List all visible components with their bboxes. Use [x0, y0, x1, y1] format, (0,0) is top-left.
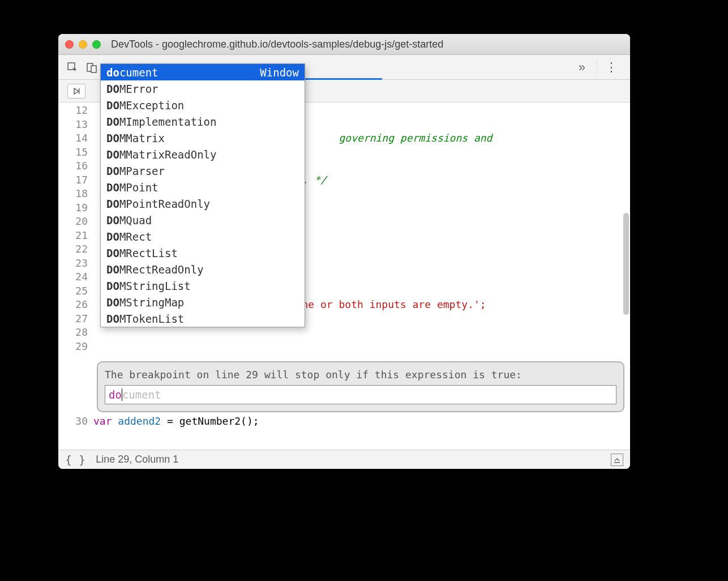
line-number[interactable]: 23 [58, 257, 88, 271]
cursor-position-label: Line 29, Column 1 [96, 454, 178, 465]
more-tabs-icon[interactable]: » [567, 60, 597, 75]
autocomplete-item[interactable]: DOMRectList [101, 245, 305, 261]
ac-rest: cument [119, 66, 159, 79]
line-gutter[interactable]: 12 13 14 15 16 17 18 19 20 21 22 23 24 2… [58, 102, 93, 450]
autocomplete-item[interactable]: DOMRectReadOnly [101, 261, 305, 277]
autocomplete-item[interactable]: DOMStringList [101, 277, 305, 294]
line-number[interactable]: 14 [58, 131, 88, 146]
line-number[interactable]: 13 [58, 118, 88, 132]
traffic-lights [65, 40, 101, 49]
autocomplete-type-hint: Window [260, 66, 299, 79]
autocomplete-item[interactable]: DOMQuad [101, 212, 305, 228]
vertical-scrollbar[interactable] [623, 173, 629, 450]
line-number[interactable]: 12 [58, 104, 88, 118]
autocomplete-item[interactable]: DOMError [101, 80, 305, 97]
inspect-element-icon[interactable] [63, 62, 82, 73]
scrollbar-thumb[interactable] [623, 213, 629, 315]
line-number[interactable]: 15 [58, 146, 88, 160]
line-number[interactable]: 26 [58, 298, 88, 312]
autocomplete-item[interactable]: DOMPointReadOnly [101, 195, 305, 212]
line-number[interactable]: 27 [58, 312, 88, 326]
autocomplete-item[interactable]: DOMStringMap [101, 294, 305, 310]
line-number[interactable]: 30 [58, 413, 93, 429]
autocomplete-item[interactable]: DOMTokenList [101, 310, 305, 327]
ghost-completion: cument [122, 388, 161, 401]
line-number[interactable]: 16 [58, 159, 88, 173]
active-tab-indicator [304, 78, 382, 80]
code-fragment: governing permissions and [339, 132, 492, 144]
code-line-30: 30 var addend2 = getNumber2(); [58, 413, 630, 429]
line-number[interactable]: 17 [58, 173, 88, 187]
svg-rect-4 [614, 462, 620, 463]
window-title: DevTools - googlechrome.github.io/devtoo… [101, 39, 630, 50]
autocomplete-item[interactable]: DOMParser [101, 163, 305, 179]
breakpoint-prompt-label: The breakpoint on line 29 will stop only… [105, 368, 616, 382]
autocomplete-item[interactable]: DOMMatrix [101, 130, 305, 146]
typed-text: do [109, 388, 122, 401]
maximize-window-button[interactable] [92, 40, 101, 49]
autocomplete-item[interactable]: DOMMatrixReadOnly [101, 146, 305, 163]
close-window-button[interactable] [65, 40, 74, 49]
svg-rect-2 [91, 66, 96, 72]
ac-match: do [106, 66, 119, 79]
code-keyword: var [93, 415, 112, 427]
autocomplete-item[interactable]: DOMException [101, 97, 305, 113]
code-fragment: : one or both inputs are empty.'; [284, 298, 486, 310]
line-number[interactable]: 29 [58, 340, 88, 354]
svg-rect-3 [79, 88, 80, 94]
autocomplete-item[interactable]: DOMImplementation [101, 113, 305, 130]
breakpoint-expression-input[interactable]: document [105, 385, 616, 404]
autocomplete-popup[interactable]: document Window DOMError DOMException DO… [100, 63, 305, 327]
minimize-window-button[interactable] [79, 40, 87, 49]
line-number[interactable]: 28 [58, 326, 88, 340]
pretty-print-icon[interactable]: { } [65, 453, 85, 467]
line-number[interactable]: 20 [58, 215, 88, 229]
code-var: addend2 [112, 415, 168, 427]
autocomplete-item[interactable]: DOMRect [101, 228, 305, 245]
line-number[interactable]: 21 [58, 229, 88, 243]
code-fragment: = getNumber2(); [167, 415, 259, 427]
conditional-breakpoint-panel: The breakpoint on line 29 will stop only… [97, 361, 624, 412]
resume-script-icon[interactable] [67, 84, 85, 99]
line-number[interactable]: 18 [58, 187, 88, 201]
show-drawer-icon[interactable] [611, 454, 623, 466]
line-number[interactable]: 25 [58, 284, 88, 298]
line-number[interactable]: 22 [58, 242, 88, 257]
autocomplete-item-selected[interactable]: document Window [101, 64, 305, 80]
devtools-window: DevTools - googlechrome.github.io/devtoo… [58, 34, 630, 469]
device-toolbar-icon[interactable] [82, 62, 101, 73]
titlebar: DevTools - googlechrome.github.io/devtoo… [58, 34, 630, 55]
kebab-menu-icon[interactable]: ⋮ [597, 60, 626, 75]
line-number[interactable]: 19 [58, 201, 88, 215]
line-number[interactable]: 24 [58, 270, 88, 284]
statusbar: { } Line 29, Column 1 [58, 450, 630, 469]
autocomplete-item[interactable]: DOMPoint [101, 179, 305, 195]
